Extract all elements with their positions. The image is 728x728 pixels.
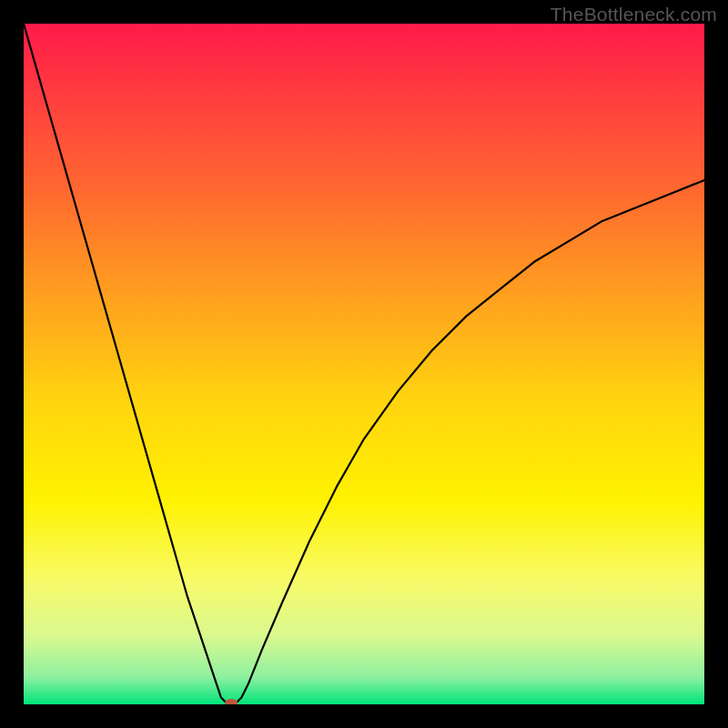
plot-area (24, 24, 704, 704)
watermark-text: TheBottleneck.com (551, 4, 717, 25)
bottleneck-chart (24, 24, 704, 704)
gradient-background (24, 24, 704, 704)
chart-frame: TheBottleneck.com (0, 0, 728, 728)
